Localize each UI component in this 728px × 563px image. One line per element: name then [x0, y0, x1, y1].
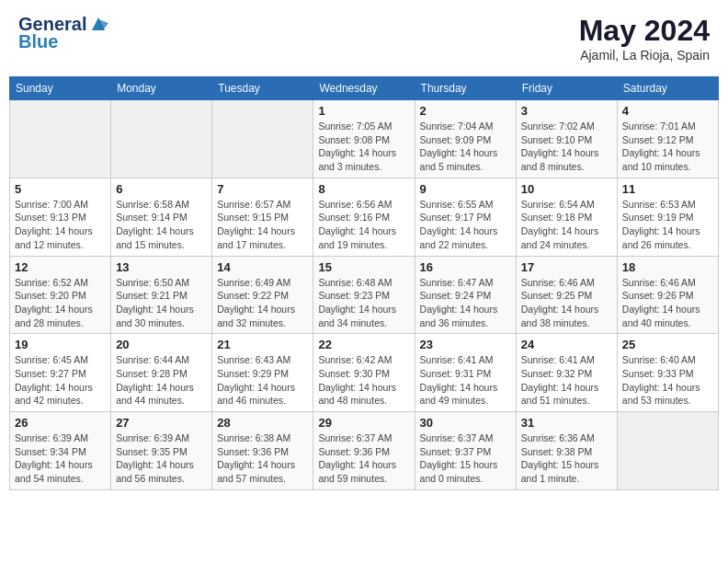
day-number: 17 — [521, 260, 612, 274]
day-info: Sunrise: 6:57 AMSunset: 9:15 PMDaylight:… — [217, 198, 308, 252]
day-number: 28 — [217, 416, 308, 430]
calendar-table: SundayMondayTuesdayWednesdayThursdayFrid… — [9, 76, 719, 490]
weekday-header-tuesday: Tuesday — [212, 77, 313, 100]
day-number: 22 — [318, 338, 409, 351]
day-number: 8 — [318, 182, 409, 196]
day-info: Sunrise: 7:00 AMSunset: 9:13 PMDaylight:… — [15, 198, 106, 252]
day-number: 23 — [420, 338, 511, 351]
calendar-cell: 26Sunrise: 6:39 AMSunset: 9:34 PMDayligh… — [10, 412, 111, 490]
day-info: Sunrise: 6:38 AMSunset: 9:36 PMDaylight:… — [217, 431, 308, 486]
day-info: Sunrise: 6:39 AMSunset: 9:34 PMDaylight:… — [15, 431, 106, 486]
day-number: 25 — [622, 338, 713, 351]
day-info: Sunrise: 6:43 AMSunset: 9:29 PMDaylight:… — [217, 353, 308, 408]
calendar-week-row: 5Sunrise: 7:00 AMSunset: 9:13 PMDaylight… — [10, 178, 719, 256]
calendar-cell: 7Sunrise: 6:57 AMSunset: 9:15 PMDaylight… — [212, 178, 313, 256]
calendar-cell — [212, 100, 313, 178]
month-year-title: May 2024 — [579, 14, 710, 48]
location-subtitle: Ajamil, La Rioja, Spain — [579, 48, 710, 63]
day-info: Sunrise: 6:50 AMSunset: 9:21 PMDaylight:… — [116, 276, 207, 330]
page-header: General Blue May 2024 Ajamil, La Rioja, … — [9, 9, 719, 67]
calendar-cell: 12Sunrise: 6:52 AMSunset: 9:20 PMDayligh… — [10, 256, 111, 334]
calendar-cell: 25Sunrise: 6:40 AMSunset: 9:33 PMDayligh… — [617, 334, 718, 412]
calendar-cell: 1Sunrise: 7:05 AMSunset: 9:08 PMDaylight… — [313, 100, 415, 178]
calendar-cell: 22Sunrise: 6:42 AMSunset: 9:30 PMDayligh… — [313, 334, 415, 412]
day-number: 15 — [318, 260, 409, 274]
day-number: 16 — [420, 260, 511, 274]
day-info: Sunrise: 6:46 AMSunset: 9:26 PMDaylight:… — [622, 276, 713, 330]
day-info: Sunrise: 6:55 AMSunset: 9:17 PMDaylight:… — [420, 198, 511, 252]
weekday-header-monday: Monday — [111, 77, 212, 100]
calendar-cell: 8Sunrise: 6:56 AMSunset: 9:16 PMDaylight… — [313, 178, 415, 256]
day-info: Sunrise: 6:53 AMSunset: 9:19 PMDaylight:… — [622, 198, 713, 252]
day-number: 30 — [420, 416, 511, 430]
calendar-week-row: 12Sunrise: 6:52 AMSunset: 9:20 PMDayligh… — [10, 256, 719, 334]
day-info: Sunrise: 6:36 AMSunset: 9:38 PMDaylight:… — [521, 431, 612, 486]
day-info: Sunrise: 6:37 AMSunset: 9:37 PMDaylight:… — [420, 431, 511, 486]
calendar-cell: 23Sunrise: 6:41 AMSunset: 9:31 PMDayligh… — [415, 334, 516, 412]
calendar-cell: 3Sunrise: 7:02 AMSunset: 9:10 PMDaylight… — [516, 100, 617, 178]
calendar-cell: 21Sunrise: 6:43 AMSunset: 9:29 PMDayligh… — [212, 334, 313, 412]
day-info: Sunrise: 6:48 AMSunset: 9:23 PMDaylight:… — [318, 276, 409, 330]
logo-blue: Blue — [18, 31, 108, 52]
calendar-cell: 9Sunrise: 6:55 AMSunset: 9:17 PMDaylight… — [415, 178, 516, 256]
day-info: Sunrise: 7:01 AMSunset: 9:12 PMDaylight:… — [622, 120, 713, 174]
calendar-cell: 14Sunrise: 6:49 AMSunset: 9:22 PMDayligh… — [212, 256, 313, 334]
weekday-header-wednesday: Wednesday — [313, 77, 415, 100]
calendar-cell: 2Sunrise: 7:04 AMSunset: 9:09 PMDaylight… — [415, 100, 516, 178]
weekday-header-sunday: Sunday — [10, 77, 111, 100]
calendar-week-row: 1Sunrise: 7:05 AMSunset: 9:08 PMDaylight… — [10, 100, 719, 178]
calendar-cell: 4Sunrise: 7:01 AMSunset: 9:12 PMDaylight… — [617, 100, 718, 178]
calendar-cell: 13Sunrise: 6:50 AMSunset: 9:21 PMDayligh… — [111, 256, 212, 334]
calendar-cell: 24Sunrise: 6:41 AMSunset: 9:32 PMDayligh… — [516, 334, 617, 412]
calendar-cell: 29Sunrise: 6:37 AMSunset: 9:36 PMDayligh… — [313, 412, 415, 490]
day-info: Sunrise: 7:05 AMSunset: 9:08 PMDaylight:… — [318, 120, 409, 174]
day-number: 12 — [15, 260, 106, 274]
calendar-week-row: 26Sunrise: 6:39 AMSunset: 9:34 PMDayligh… — [10, 412, 719, 490]
day-number: 19 — [15, 338, 106, 351]
calendar-cell: 18Sunrise: 6:46 AMSunset: 9:26 PMDayligh… — [617, 256, 718, 334]
calendar-cell — [10, 100, 111, 178]
day-info: Sunrise: 7:02 AMSunset: 9:10 PMDaylight:… — [521, 120, 612, 174]
weekday-header-thursday: Thursday — [415, 77, 516, 100]
calendar-cell: 27Sunrise: 6:39 AMSunset: 9:35 PMDayligh… — [111, 412, 212, 490]
day-info: Sunrise: 6:47 AMSunset: 9:24 PMDaylight:… — [420, 276, 511, 330]
calendar-cell — [111, 100, 212, 178]
calendar-cell: 6Sunrise: 6:58 AMSunset: 9:14 PMDaylight… — [111, 178, 212, 256]
calendar-cell: 5Sunrise: 7:00 AMSunset: 9:13 PMDaylight… — [10, 178, 111, 256]
day-info: Sunrise: 6:52 AMSunset: 9:20 PMDaylight:… — [15, 276, 106, 330]
day-number: 20 — [116, 338, 207, 351]
day-number: 27 — [116, 416, 207, 430]
day-number: 10 — [521, 182, 612, 196]
calendar-week-row: 19Sunrise: 6:45 AMSunset: 9:27 PMDayligh… — [10, 334, 719, 412]
day-number: 5 — [15, 182, 106, 196]
day-info: Sunrise: 6:41 AMSunset: 9:32 PMDaylight:… — [521, 353, 612, 408]
logo: General Blue — [18, 14, 108, 52]
calendar-cell: 19Sunrise: 6:45 AMSunset: 9:27 PMDayligh… — [10, 334, 111, 412]
day-number: 11 — [622, 182, 713, 196]
day-number: 29 — [318, 416, 409, 430]
day-info: Sunrise: 6:56 AMSunset: 9:16 PMDaylight:… — [318, 198, 409, 252]
calendar-cell: 16Sunrise: 6:47 AMSunset: 9:24 PMDayligh… — [415, 256, 516, 334]
calendar-cell: 11Sunrise: 6:53 AMSunset: 9:19 PMDayligh… — [617, 178, 718, 256]
calendar-cell: 15Sunrise: 6:48 AMSunset: 9:23 PMDayligh… — [313, 256, 415, 334]
calendar-cell: 10Sunrise: 6:54 AMSunset: 9:18 PMDayligh… — [516, 178, 617, 256]
day-number: 26 — [15, 416, 106, 430]
weekday-header-row: SundayMondayTuesdayWednesdayThursdayFrid… — [10, 77, 719, 100]
calendar-cell — [617, 412, 718, 490]
day-number: 3 — [521, 104, 612, 118]
day-info: Sunrise: 7:04 AMSunset: 9:09 PMDaylight:… — [420, 120, 511, 174]
day-number: 21 — [217, 338, 308, 351]
title-block: May 2024 Ajamil, La Rioja, Spain — [579, 14, 710, 63]
day-info: Sunrise: 6:39 AMSunset: 9:35 PMDaylight:… — [116, 431, 207, 486]
day-info: Sunrise: 6:44 AMSunset: 9:28 PMDaylight:… — [116, 353, 207, 408]
day-info: Sunrise: 6:42 AMSunset: 9:30 PMDaylight:… — [318, 353, 409, 408]
calendar-cell: 28Sunrise: 6:38 AMSunset: 9:36 PMDayligh… — [212, 412, 313, 490]
day-number: 4 — [622, 104, 713, 118]
day-info: Sunrise: 6:46 AMSunset: 9:25 PMDaylight:… — [521, 276, 612, 330]
day-number: 18 — [622, 260, 713, 274]
day-number: 13 — [116, 260, 207, 274]
day-info: Sunrise: 6:45 AMSunset: 9:27 PMDaylight:… — [15, 353, 106, 408]
day-info: Sunrise: 6:49 AMSunset: 9:22 PMDaylight:… — [217, 276, 308, 330]
day-number: 24 — [521, 338, 612, 351]
day-number: 31 — [521, 416, 612, 430]
